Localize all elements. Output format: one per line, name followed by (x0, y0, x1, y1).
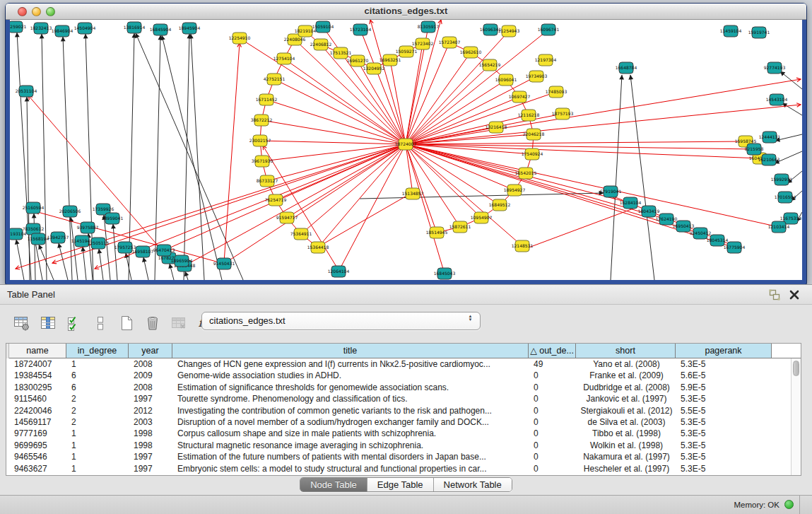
graph-edge[interactable] (323, 27, 406, 144)
graph-node[interactable]: 12754104 (273, 53, 295, 64)
graph-node[interactable]: 12254910 (229, 33, 251, 44)
graph-node[interactable]: 16096741 (538, 24, 560, 35)
close-panel-icon[interactable] (788, 288, 801, 301)
cell-name[interactable]: 9465546 (10, 451, 67, 462)
graph-edge[interactable] (113, 224, 117, 280)
graph-node[interactable]: 18757193 (552, 108, 574, 119)
cell-name[interactable]: 9699695 (10, 440, 67, 451)
graph-node[interactable]: 13216418 (486, 122, 507, 133)
graph-edge[interactable] (525, 209, 633, 249)
cell-out-de-[interactable]: 0 (529, 382, 577, 393)
graph-edge[interactable] (260, 141, 406, 144)
cell-year[interactable]: 1997 (129, 463, 173, 474)
graph-node[interactable]: 12197304 (535, 54, 557, 66)
graph-node[interactable]: 11254943 (498, 25, 520, 37)
graph-edge[interactable] (184, 34, 189, 280)
graph-node[interactable]: 86733127 (257, 175, 278, 187)
graph-node[interactable]: 15654219 (479, 59, 501, 71)
graph-edge[interactable] (301, 144, 406, 234)
show-columns-icon[interactable] (37, 312, 59, 334)
tab-node-table[interactable]: Node Table (300, 478, 367, 491)
graph-edge[interactable] (406, 76, 536, 144)
graph-edge[interactable] (406, 134, 534, 144)
graph-edge[interactable] (162, 35, 222, 280)
cell-year[interactable]: 1997 (129, 393, 173, 404)
graph-node[interactable]: 20206506 (59, 206, 81, 217)
window-titlebar[interactable]: citations_edges.txt (6, 4, 806, 20)
cell-out-de-[interactable]: 0 (529, 416, 577, 428)
cell-out-de-[interactable]: 0 (529, 370, 577, 381)
graph-edge[interactable] (63, 37, 72, 280)
cell-title[interactable]: Corpus callosum shape and size in male p… (173, 428, 529, 439)
cell-out-de-[interactable]: 0 (529, 440, 577, 451)
tab-network-table[interactable]: Network Table (434, 478, 512, 491)
graph-node[interactable]: 10954907 (471, 212, 493, 223)
column-header-out-de-[interactable]: △ out_de... (529, 344, 576, 358)
cell-name[interactable]: 18724007 (10, 358, 67, 370)
cell-in-degree[interactable]: 1 (67, 451, 129, 462)
cell-pagerank[interactable]: 5.9E-5 (676, 382, 772, 393)
graph-edge[interactable] (240, 38, 406, 144)
delete-columns-icon[interactable] (142, 312, 163, 334)
graph-edge[interactable] (191, 34, 204, 280)
graph-node[interactable]: 16096041 (495, 74, 517, 86)
graph-node[interactable]: 17016504 (775, 192, 796, 203)
column-header-pagerank[interactable]: pagerank (676, 344, 772, 358)
graph-edge[interactable] (406, 144, 445, 274)
graph-node[interactable]: 12064104 (328, 266, 350, 277)
graph-edge[interactable] (370, 20, 406, 144)
graph-node[interactable]: 16849512 (489, 199, 511, 211)
memory-ok-icon[interactable] (784, 500, 794, 509)
graph-node[interactable]: 16648784 (616, 62, 637, 74)
graph-node[interactable]: 14504904 (74, 23, 96, 34)
graph-node[interactable]: 13942757 (47, 232, 69, 243)
graph-node[interactable]: 13816914 (124, 22, 146, 33)
graph-node[interactable]: 76254719 (265, 194, 287, 206)
table-row[interactable]: 1456911722003Disruption of a novel membe… (6, 416, 791, 428)
graph-edge[interactable] (358, 61, 406, 144)
create-column-icon[interactable] (116, 312, 137, 334)
graph-node[interactable]: 14543104 (766, 94, 788, 105)
graph-edge[interactable] (406, 144, 413, 194)
graph-node[interactable]: 16096341 (480, 24, 502, 35)
graph-edge[interactable] (267, 144, 406, 181)
graph-edge[interactable] (59, 243, 68, 280)
graph-node[interactable]: 38672212 (251, 115, 273, 126)
network-canvas[interactable]: 2240804612754104427521511671145238672212… (10, 20, 802, 280)
cell-pagerank[interactable]: 5.3E-5 (676, 428, 772, 439)
cell-short[interactable]: Nakamura et al. (1997) (577, 451, 676, 462)
scrollbar-thumb[interactable] (793, 361, 799, 376)
graph-node[interactable]: 17513521 (330, 47, 352, 59)
cell-out-de-[interactable]: 0 (529, 405, 577, 416)
window-minimize-button[interactable] (32, 7, 41, 16)
table-vertical-scrollbar[interactable] (791, 358, 801, 475)
graph-edge[interactable] (319, 192, 413, 246)
graph-node[interactable]: 16962610 (460, 47, 482, 58)
graph-edge[interactable] (318, 144, 406, 247)
graph-node[interactable]: 92774193 (764, 62, 786, 74)
graph-node[interactable]: 81305917 (418, 21, 440, 33)
cell-year[interactable]: 2009 (129, 370, 173, 381)
graph-node[interactable]: 15872611 (449, 221, 471, 233)
cell-short[interactable]: Hescheler et al. (1997) (577, 463, 676, 474)
graph-edge[interactable] (266, 100, 406, 144)
cell-title[interactable]: Estimation of the future numbers of pati… (173, 451, 529, 462)
graph-node[interactable]: 16775904 (724, 242, 746, 253)
column-header-year[interactable]: year (129, 344, 172, 358)
cell-short[interactable]: Wolkin et al. (1998) (577, 440, 676, 451)
cell-short[interactable]: de Silva et al. (2003) (577, 416, 676, 428)
column-header-short[interactable]: short (576, 344, 676, 358)
table-row[interactable]: 1872400712008Changes of HCN gene express… (6, 358, 791, 370)
cell-name[interactable]: 9777169 (10, 428, 67, 439)
graph-node[interactable]: 10697427 (509, 91, 531, 103)
graph-edge[interactable] (143, 257, 148, 280)
cell-short[interactable]: Dudbridge et al. (2008) (577, 382, 676, 393)
table-row[interactable]: 946362711997Embryonic stem cells: a mode… (6, 463, 791, 474)
float-panel-icon[interactable] (768, 288, 781, 301)
graph-edge[interactable] (27, 97, 30, 280)
cell-in-degree[interactable]: 1 (67, 428, 129, 439)
graph-edge[interactable] (16, 240, 24, 280)
cell-name[interactable]: 9463627 (10, 463, 67, 474)
cell-short[interactable]: Yano et al. (2008) (577, 358, 676, 370)
cell-year[interactable]: 2008 (129, 382, 173, 393)
